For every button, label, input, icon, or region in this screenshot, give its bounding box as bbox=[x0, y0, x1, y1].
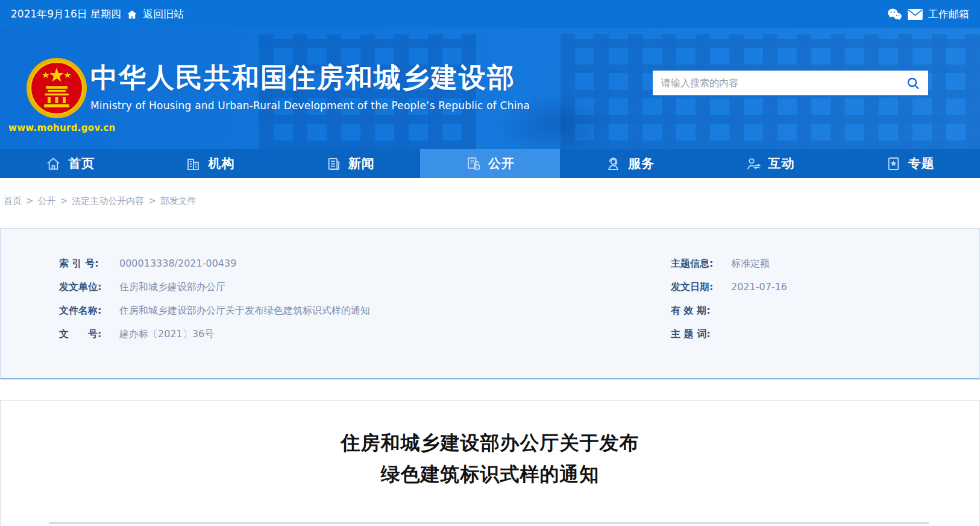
meta-row-document-title: 文件名称: 住房和城乡建设部办公厅关于发布绿色建筑标识式样的通知 bbox=[59, 303, 671, 318]
article-panel: 住房和城乡建设部办公厅关于发布 绿色建筑标识式样的通知 bbox=[0, 400, 980, 526]
date-text: 2021年9月16日 星期四 bbox=[11, 7, 121, 21]
site-title-block: 中华人民共和国住房和城乡建设部 Ministry of Housing and … bbox=[90, 62, 530, 112]
meta-value: 建办标〔2021〕36号 bbox=[119, 327, 214, 341]
meta-label: 发文日期: bbox=[671, 280, 725, 294]
nav-item-organization[interactable]: 机构 bbox=[140, 149, 280, 178]
nav-item-interaction[interactable]: 互动 bbox=[700, 149, 840, 178]
meta-row-keywords: 主 题 词: bbox=[671, 327, 967, 341]
site-title: 中华人民共和国住房和城乡建设部 bbox=[90, 62, 530, 94]
breadcrumb-item-statutory-content[interactable]: 法定主动公开内容 bbox=[72, 195, 144, 206]
breadcrumb-separator: > bbox=[148, 195, 156, 206]
search-icon[interactable] bbox=[906, 77, 920, 90]
breadcrumb-item-ministry-documents[interactable]: 部发文件 bbox=[160, 195, 196, 206]
topics-icon bbox=[885, 156, 902, 172]
organization-icon bbox=[185, 156, 201, 172]
nav-item-news[interactable]: 新闻 bbox=[280, 149, 420, 178]
topbar: 2021年9月16日 星期四 返回旧站 工作邮箱 bbox=[0, 0, 980, 28]
meta-row-index-number: 索 引 号: 000013338/2021-00439 bbox=[59, 256, 671, 271]
site-header: www.mohurd.gov.cn 中华人民共和国住房和城乡建设部 Minist… bbox=[0, 28, 980, 149]
services-icon bbox=[605, 156, 621, 172]
topbar-left: 2021年9月16日 星期四 返回旧站 bbox=[11, 7, 184, 21]
article-title-line2: 绿色建筑标识式样的通知 bbox=[1, 458, 979, 490]
meta-column-right: 主题信息: 标准定额 发文日期: 2021-07-16 有 效 期: 主 题 词… bbox=[671, 256, 967, 378]
topbar-right: 工作邮箱 bbox=[887, 7, 969, 21]
home-icon bbox=[45, 156, 61, 172]
site-title-en: Ministry of Housing and Urban-Rural Deve… bbox=[90, 100, 530, 112]
interaction-icon bbox=[746, 156, 762, 172]
nav-item-home[interactable]: 首页 bbox=[0, 149, 140, 178]
home-icon bbox=[127, 9, 137, 20]
nav-item-label: 新闻 bbox=[348, 155, 375, 172]
breadcrumb-item-disclosure[interactable]: 公开 bbox=[38, 195, 56, 206]
meta-row-issuing-unit: 发文单位: 住房和城乡建设部办公厅 bbox=[59, 280, 671, 294]
national-emblem-icon bbox=[26, 57, 87, 119]
meta-column-left: 索 引 号: 000013338/2021-00439 发文单位: 住房和城乡建… bbox=[59, 256, 671, 378]
nav-item-disclosure[interactable]: 公开 bbox=[420, 149, 560, 178]
breadcrumb-separator: > bbox=[26, 195, 34, 206]
old-site-link[interactable]: 返回旧站 bbox=[143, 7, 184, 21]
wechat-icon[interactable] bbox=[887, 8, 902, 21]
article-divider bbox=[49, 522, 929, 524]
nav-item-services[interactable]: 服务 bbox=[560, 149, 700, 178]
meta-label: 索 引 号: bbox=[59, 256, 113, 271]
breadcrumb-separator: > bbox=[60, 195, 68, 206]
meta-label: 发文单位: bbox=[59, 280, 113, 294]
meta-row-validity: 有 效 期: bbox=[671, 303, 967, 318]
nav-item-label: 专题 bbox=[908, 155, 935, 172]
meta-row-document-number: 文 号: 建办标〔2021〕36号 bbox=[59, 327, 671, 341]
nav-item-label: 首页 bbox=[68, 155, 95, 172]
mail-icon[interactable] bbox=[908, 9, 923, 20]
nav-item-label: 公开 bbox=[488, 155, 515, 172]
meta-label: 文件名称: bbox=[59, 303, 113, 318]
meta-row-subject-info: 主题信息: 标准定额 bbox=[671, 256, 967, 271]
meta-value: 住房和城乡建设部办公厅 bbox=[119, 280, 225, 294]
meta-label: 主题信息: bbox=[671, 256, 725, 271]
news-icon bbox=[325, 156, 342, 172]
nav-item-label: 互动 bbox=[768, 155, 795, 172]
meta-value: 2021-07-16 bbox=[731, 280, 787, 294]
search-input[interactable] bbox=[661, 77, 906, 89]
meta-value: 000013338/2021-00439 bbox=[119, 256, 236, 271]
disclosure-icon bbox=[465, 156, 482, 172]
meta-label: 有 效 期: bbox=[671, 303, 725, 318]
site-url: www.mohurd.gov.cn bbox=[8, 122, 105, 133]
nav-item-topics[interactable]: 专题 bbox=[840, 149, 980, 178]
document-meta-box: 索 引 号: 000013338/2021-00439 发文单位: 住房和城乡建… bbox=[0, 228, 980, 379]
spacer bbox=[0, 379, 980, 400]
article-title-line1: 住房和城乡建设部办公厅关于发布 bbox=[1, 427, 979, 458]
search-box bbox=[653, 71, 928, 95]
meta-value: 住房和城乡建设部办公厅关于发布绿色建筑标识式样的通知 bbox=[119, 303, 370, 318]
meta-value: 标准定额 bbox=[731, 256, 770, 271]
meta-label: 主 题 词: bbox=[671, 327, 725, 341]
nav-item-label: 机构 bbox=[208, 155, 234, 172]
breadcrumb-item-home[interactable]: 首页 bbox=[4, 195, 22, 206]
main-nav: 首页 机构 新闻 公开 服务 互动 专题 bbox=[0, 149, 980, 178]
article-title: 住房和城乡建设部办公厅关于发布 绿色建筑标识式样的通知 bbox=[1, 427, 979, 490]
nav-item-label: 服务 bbox=[628, 155, 655, 172]
meta-label: 文 号: bbox=[59, 327, 113, 341]
breadcrumb: 首页>公开>法定主动公开内容>部发文件 bbox=[0, 178, 980, 228]
meta-row-issue-date: 发文日期: 2021-07-16 bbox=[671, 280, 967, 294]
work-mailbox-link[interactable]: 工作邮箱 bbox=[928, 7, 969, 21]
